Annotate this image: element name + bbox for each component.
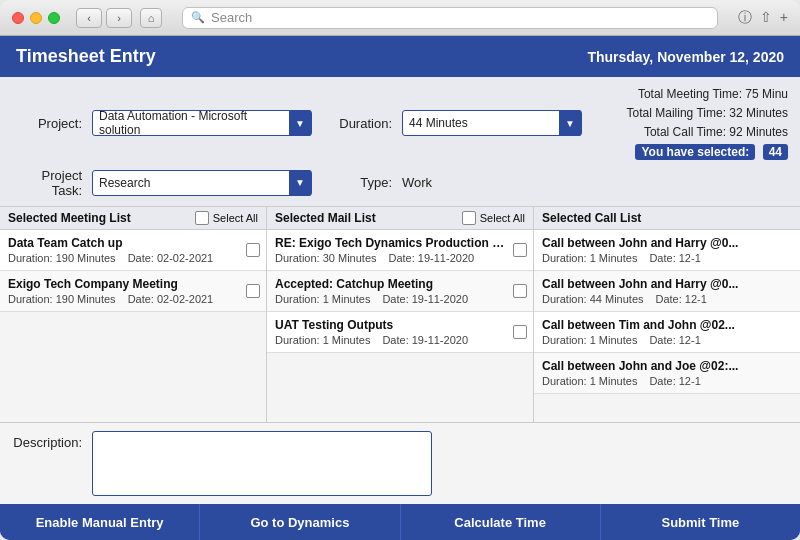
item-meta: Duration: 1 Minutes Date: 12-1 [542,375,792,387]
call-list-title: Selected Call List [542,211,641,225]
close-button[interactable] [12,12,24,24]
item-title: Call between Tim and John @02... [542,318,772,332]
item-meta: Duration: 30 Minutes Date: 19-11-2020 [275,252,525,264]
meeting-select-all-checkbox[interactable] [195,211,209,225]
submit-time-button[interactable]: Submit Time [601,504,800,540]
list-item[interactable]: Accepted: Catchup Meeting Duration: 1 Mi… [267,271,533,312]
item-title: UAT Testing Outputs [275,318,505,332]
title-bar: ‹ › ⌂ 🔍 Search ⓘ ⇧ + [0,0,800,36]
meeting-list-header: Selected Meeting List Select All [0,207,266,230]
meeting-select-all[interactable]: Select All [195,211,258,225]
totals-selected: You have selected: 44 [627,143,788,162]
traffic-lights [12,12,60,24]
project-arrow-icon: ▼ [289,110,311,136]
task-value: Research [99,176,289,190]
calculate-time-button[interactable]: Calculate Time [401,504,601,540]
list-item[interactable]: Call between Tim and John @02... Duratio… [534,312,800,353]
item-checkbox[interactable] [246,284,260,298]
item-checkbox[interactable] [513,243,527,257]
type-value: Work [402,175,432,190]
duration-value: 44 Minutes [409,116,559,130]
task-label: Project Task: [12,168,82,198]
list-item[interactable]: RE: Exigo Tech Dynamics Production Do...… [267,230,533,271]
item-title: Exigo Tech Company Meeting [8,277,238,291]
item-meta: Duration: 1 Minutes Date: 12-1 [542,252,792,264]
bottom-buttons: Enable Manual Entry Go to Dynamics Calcu… [0,504,800,540]
duration-label: Duration: [322,116,392,131]
mail-list-panel: Selected Mail List Select All RE: Exigo … [267,207,534,422]
go-to-dynamics-button[interactable]: Go to Dynamics [200,504,400,540]
enable-manual-button[interactable]: Enable Manual Entry [0,504,200,540]
item-title: Accepted: Catchup Meeting [275,277,505,291]
item-meta: Duration: 1 Minutes Date: 19-11-2020 [275,334,525,346]
window-actions: ⓘ ⇧ + [738,9,788,27]
share-icon[interactable]: ⇧ [760,9,772,27]
duration-select[interactable]: 44 Minutes ▼ [402,110,582,136]
total-mailing: Total Mailing Time: 32 Minutes [627,104,788,123]
form-row-project: Project: Data Automation - Microsoft sol… [12,85,788,162]
totals-panel: Total Meeting Time: 75 Minu Total Mailin… [627,85,788,162]
form-row-task: Project Task: Research ▼ Type: Work [12,168,788,198]
call-list-header: Selected Call List [534,207,800,230]
item-title: Call between John and Harry @0... [542,277,772,291]
item-meta: Duration: 190 Minutes Date: 02-02-2021 [8,252,258,264]
search-icon: 🔍 [191,11,205,24]
home-button[interactable]: ⌂ [140,8,162,28]
lists-area: Selected Meeting List Select All Data Te… [0,207,800,423]
nav-buttons: ‹ › [76,8,132,28]
mail-select-all-checkbox[interactable] [462,211,476,225]
item-title: Call between John and Joe @02:... [542,359,772,373]
add-tab-icon[interactable]: + [780,9,788,27]
item-checkbox[interactable] [513,284,527,298]
task-select[interactable]: Research ▼ [92,170,312,196]
app-header: Timesheet Entry Thursday, November 12, 2… [0,36,800,77]
item-checkbox[interactable] [246,243,260,257]
duration-arrow-icon: ▼ [559,110,581,136]
mail-list-body: RE: Exigo Tech Dynamics Production Do...… [267,230,533,422]
mail-list-header: Selected Mail List Select All [267,207,533,230]
mail-select-all[interactable]: Select All [462,211,525,225]
item-title: Data Team Catch up [8,236,238,250]
forward-button[interactable]: › [106,8,132,28]
type-label: Type: [322,175,392,190]
task-arrow-icon: ▼ [289,170,311,196]
form-area: Project: Data Automation - Microsoft sol… [0,77,800,207]
search-placeholder: Search [211,10,252,25]
project-select[interactable]: Data Automation - Microsoft solution ▼ [92,110,312,136]
list-item[interactable]: UAT Testing Outputs Duration: 1 Minutes … [267,312,533,353]
project-value: Data Automation - Microsoft solution [99,109,289,137]
minimize-button[interactable] [30,12,42,24]
app-date: Thursday, November 12, 2020 [587,49,784,65]
item-meta: Duration: 44 Minutes Date: 12-1 [542,293,792,305]
description-textarea[interactable] [92,431,432,496]
call-list-body: Call between John and Harry @0... Durati… [534,230,800,422]
total-meeting: Total Meeting Time: 75 Minu [627,85,788,104]
meeting-list-body: Data Team Catch up Duration: 190 Minutes… [0,230,266,422]
app-title: Timesheet Entry [16,46,156,67]
description-label: Description: [12,431,82,450]
back-button[interactable]: ‹ [76,8,102,28]
item-meta: Duration: 1 Minutes Date: 19-11-2020 [275,293,525,305]
list-item[interactable]: Exigo Tech Company Meeting Duration: 190… [0,271,266,312]
description-area: Description: [0,423,800,504]
meeting-list-title: Selected Meeting List [8,211,131,225]
list-item[interactable]: Call between John and Joe @02:... Durati… [534,353,800,394]
item-meta: Duration: 1 Minutes Date: 12-1 [542,334,792,346]
info-icon[interactable]: ⓘ [738,9,752,27]
meeting-list-panel: Selected Meeting List Select All Data Te… [0,207,267,422]
maximize-button[interactable] [48,12,60,24]
item-title: Call between John and Harry @0... [542,236,772,250]
list-item[interactable]: Call between John and Harry @0... Durati… [534,230,800,271]
list-item[interactable]: Data Team Catch up Duration: 190 Minutes… [0,230,266,271]
list-item[interactable]: Call between John and Harry @0... Durati… [534,271,800,312]
total-call: Total Call Time: 92 Minutes [627,123,788,142]
project-label: Project: [12,116,82,131]
item-meta: Duration: 190 Minutes Date: 02-02-2021 [8,293,258,305]
app-container: Timesheet Entry Thursday, November 12, 2… [0,36,800,540]
item-title: RE: Exigo Tech Dynamics Production Do... [275,236,505,250]
mail-list-title: Selected Mail List [275,211,376,225]
item-checkbox[interactable] [513,325,527,339]
search-bar[interactable]: 🔍 Search [182,7,718,29]
call-list-panel: Selected Call List Call between John and… [534,207,800,422]
